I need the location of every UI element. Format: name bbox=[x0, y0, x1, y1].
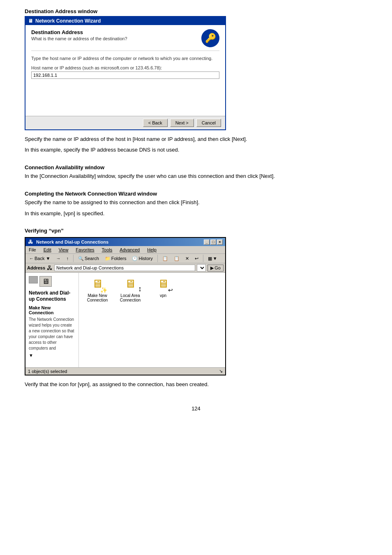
section4-block: Verifying “vpn” bbox=[25, 228, 367, 234]
explorer-sidebar: 🖥 Network and Dial-up Connections Make N… bbox=[25, 273, 79, 367]
sidebar-section-title: Make New Connection bbox=[29, 305, 75, 315]
explorer-titlebar: 🖧 Network and Dial-up Connections _ □ × bbox=[25, 238, 225, 246]
address-icon: 🖧 bbox=[47, 265, 53, 271]
file-vpn[interactable]: 🖥 ↩ vpn bbox=[149, 277, 178, 302]
section2-title: Connection Availability window bbox=[25, 164, 367, 170]
local-area-connection-label: Local Area Connection bbox=[116, 293, 145, 302]
views-icon: ▦ bbox=[208, 256, 212, 261]
wizard-input-label: Host name or IP address (such as microso… bbox=[31, 65, 219, 70]
go-icon: ▶ bbox=[210, 265, 214, 271]
extra-icon: 📋 bbox=[162, 256, 168, 261]
sidebar-small-icon1 bbox=[29, 276, 38, 283]
sidebar-title: Network and Dial-up Connections bbox=[29, 290, 75, 302]
history-toolbar-btn[interactable]: 🕐 History bbox=[130, 255, 154, 262]
explorer-main: 🖥 ✨ Make New Connection 🖥 ↕ Local Area C… bbox=[79, 273, 225, 367]
explorer-menubar: File Edit View Favorites Tools Advanced … bbox=[25, 246, 225, 254]
wizard-header-icon: 🔑 bbox=[201, 29, 219, 47]
toolbar-sep2 bbox=[157, 255, 158, 262]
go-label: Go bbox=[214, 265, 221, 270]
page-number: 124 bbox=[25, 405, 367, 412]
up-toolbar-btn[interactable]: ↑ bbox=[64, 255, 71, 262]
explorer-statusbar: 1 object(s) selected ↘ bbox=[25, 367, 225, 375]
section1-body-text2: In this example, specify the IP address … bbox=[25, 146, 367, 154]
menu-file[interactable]: File bbox=[28, 247, 37, 253]
undo-icon: ↩ bbox=[195, 256, 198, 261]
sidebar-scroll[interactable]: ▼ bbox=[29, 353, 33, 358]
wizard-dialog: 🖥 Network Connection Wizard Destination … bbox=[25, 16, 226, 130]
forward-icon: → bbox=[56, 256, 60, 261]
section3-title: Completing the Network Connection Wizard… bbox=[25, 191, 367, 197]
back-icon: ← bbox=[29, 256, 34, 261]
resize-handle[interactable]: ↘ bbox=[219, 368, 223, 374]
views-toolbar-btn[interactable]: ▦ ▼ bbox=[206, 255, 219, 262]
vpn-label: vpn bbox=[160, 293, 166, 298]
file-make-new-connection[interactable]: 🖥 ✨ Make New Connection bbox=[83, 277, 112, 302]
section2-body: In the [Connection Availability] window,… bbox=[25, 172, 367, 181]
menu-view[interactable]: View bbox=[58, 247, 69, 253]
undo-toolbar-btn[interactable]: ↩ bbox=[193, 255, 201, 262]
wizard-spacer bbox=[31, 79, 219, 112]
section4-body: Verify that the icon for [vpn], as assig… bbox=[25, 380, 367, 389]
wizard-titlebar-icon: 🖥 bbox=[28, 18, 33, 24]
close-button[interactable]: × bbox=[217, 240, 223, 245]
address-dropdown[interactable] bbox=[197, 264, 206, 272]
up-icon: ↑ bbox=[66, 256, 69, 261]
section4-title: Verifying “vpn” bbox=[25, 228, 367, 234]
menu-edit[interactable]: Edit bbox=[43, 247, 52, 253]
wizard-titlebar: 🖥 Network Connection Wizard bbox=[25, 17, 225, 25]
make-new-connection-label: Make New Connection bbox=[83, 293, 112, 302]
section1-body-text1: Specify the name or IP address of the ho… bbox=[25, 135, 367, 144]
make-new-connection-icon: 🖥 ✨ bbox=[88, 277, 107, 293]
folders-toolbar-btn[interactable]: 📁 Folders bbox=[103, 255, 129, 262]
explorer-toolbar: ← Back ▼ → ↑ 🔍 Search 📁 Folders 🕐 Histor… bbox=[25, 254, 225, 263]
copy-toolbar-btn[interactable]: 📋 bbox=[172, 255, 182, 262]
extra-toolbar-btn[interactable]: 📋 bbox=[160, 255, 170, 262]
history-toolbar-icon: 🕐 bbox=[132, 256, 138, 261]
menu-favorites[interactable]: Favorites bbox=[75, 247, 95, 253]
address-input[interactable] bbox=[54, 265, 195, 271]
next-button[interactable]: Next > bbox=[170, 119, 194, 127]
go-button[interactable]: ▶ Go bbox=[208, 265, 224, 272]
search-toolbar-btn[interactable]: 🔍 Search bbox=[76, 255, 101, 262]
address-label: Address bbox=[27, 265, 45, 270]
forward-toolbar-btn[interactable]: → bbox=[54, 255, 62, 262]
back-toolbar-btn[interactable]: ← Back ▼ bbox=[27, 255, 52, 262]
folders-toolbar-icon: 📁 bbox=[105, 256, 111, 261]
host-address-input[interactable] bbox=[31, 71, 219, 79]
explorer-titlebar-icon: 🖧 bbox=[28, 239, 35, 245]
sidebar-small-icon2: 🖥 bbox=[39, 276, 52, 287]
menu-tools[interactable]: Tools bbox=[101, 247, 113, 253]
toolbar-sep1 bbox=[73, 255, 74, 262]
statusbar-text: 1 object(s) selected bbox=[28, 369, 67, 374]
vpn-icon: 🖥 ↩ bbox=[153, 277, 173, 293]
copy-icon: 📋 bbox=[174, 256, 180, 261]
wizard-header: Destination Address What is the name or … bbox=[31, 29, 219, 51]
explorer-addressbar: Address 🖧 ▶ Go bbox=[25, 263, 225, 273]
section1-title: Destination Address window bbox=[25, 8, 367, 14]
explorer-titlebar-controls: _ □ × bbox=[204, 240, 223, 245]
back-button[interactable]: < Back bbox=[143, 119, 168, 127]
wizard-footer: < Back Next > Cancel bbox=[25, 116, 225, 129]
delete-icon: ✕ bbox=[185, 256, 189, 261]
explorer-content: 🖥 Network and Dial-up Connections Make N… bbox=[25, 273, 225, 367]
wizard-icon-symbol: 🔑 bbox=[205, 33, 216, 44]
maximize-button[interactable]: □ bbox=[210, 240, 216, 245]
delete-toolbar-btn[interactable]: ✕ bbox=[183, 255, 191, 262]
explorer-titlebar-label: Network and Dial-up Connections bbox=[36, 240, 108, 244]
local-area-connection-icon: 🖥 ↕ bbox=[120, 277, 140, 293]
explorer-window: 🖧 Network and Dial-up Connections _ □ × … bbox=[25, 237, 226, 375]
file-local-area-connection[interactable]: 🖥 ↕ Local Area Connection bbox=[116, 277, 145, 302]
search-toolbar-icon: 🔍 bbox=[78, 256, 84, 261]
sidebar-desc: The Network Connection wizard helps you … bbox=[29, 317, 75, 351]
section2-block: Connection Availability window In the [C… bbox=[25, 164, 367, 181]
section3-body2: In this example, [vpn] is specified. bbox=[25, 210, 367, 218]
minimize-button[interactable]: _ bbox=[204, 240, 210, 245]
explorer-titlebar-left: 🖧 Network and Dial-up Connections bbox=[28, 239, 108, 245]
wizard-content-text: Type the host name or IP address of the … bbox=[31, 55, 219, 62]
sidebar-icon-row: 🖥 Network and Dial-up Connections bbox=[29, 276, 75, 302]
section3-block: Completing the Network Connection Wizard… bbox=[25, 191, 367, 218]
cancel-button[interactable]: Cancel bbox=[196, 119, 221, 127]
menu-advanced[interactable]: Advanced bbox=[119, 247, 141, 253]
menu-help[interactable]: Help bbox=[146, 247, 157, 253]
toolbar-sep3 bbox=[203, 255, 203, 262]
